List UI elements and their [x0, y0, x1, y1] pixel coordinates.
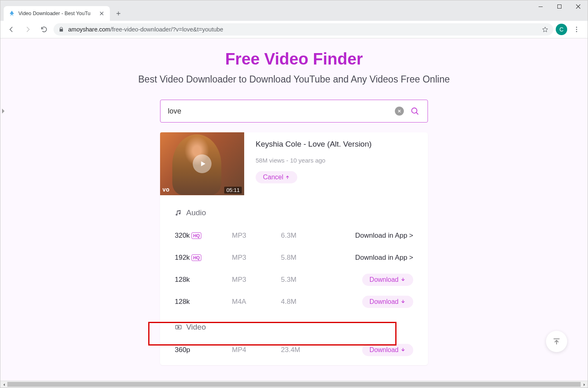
- video-icon: [175, 323, 182, 331]
- video-section-header: Video: [175, 323, 413, 332]
- minimize-button[interactable]: [531, 0, 550, 13]
- video-thumbnail[interactable]: vo 05:11: [160, 132, 244, 195]
- avatar-letter: C: [559, 26, 564, 33]
- arrow-up-icon: [285, 175, 290, 180]
- svg-point-2: [576, 27, 577, 28]
- scroll-to-top-button[interactable]: [546, 331, 567, 352]
- download-row: 360pMP423.4MDownload: [175, 339, 413, 361]
- reload-button[interactable]: [37, 22, 51, 36]
- new-tab-button[interactable]: [112, 7, 125, 20]
- quality-cell: 360p: [175, 346, 232, 354]
- quality-cell: 128k: [175, 298, 232, 306]
- result-meta: 58M views - 10 years ago: [256, 157, 420, 164]
- browser-menu-button[interactable]: [570, 22, 584, 36]
- result-header: vo 05:11 Keyshia Cole - Love (Alt. Versi…: [160, 132, 428, 195]
- result-title: Keyshia Cole - Love (Alt. Version): [256, 140, 420, 149]
- download-button[interactable]: Download: [362, 274, 413, 286]
- size-cell: 5.3M: [281, 276, 330, 284]
- result-card: vo 05:11 Keyshia Cole - Love (Alt. Versi…: [160, 132, 428, 365]
- quality-cell: 128k: [175, 276, 232, 284]
- action-cell: Download: [330, 296, 413, 308]
- download-button[interactable]: Download: [362, 344, 413, 356]
- download-button[interactable]: Download: [362, 296, 413, 308]
- audio-label: Audio: [186, 208, 206, 217]
- horizontal-scrollbar[interactable]: [0, 381, 588, 388]
- action-cell: Download: [330, 344, 413, 356]
- titlebar: Video Downloader - Best YouTu: [0, 0, 588, 21]
- download-row: 128kM4A4.8MDownload: [175, 291, 413, 313]
- window-controls: [531, 0, 588, 13]
- format-cell: MP3: [232, 254, 281, 262]
- svg-point-5: [412, 108, 417, 113]
- toolbar: amoyshare.com/free-video-downloader/?v=l…: [0, 21, 588, 38]
- arrow-down-icon: [400, 277, 406, 283]
- scroll-right-arrow-icon[interactable]: [581, 381, 588, 388]
- favicon-icon: [9, 10, 15, 17]
- format-cell: MP3: [232, 276, 281, 284]
- audio-section-header: Audio: [175, 208, 413, 217]
- browser-tab[interactable]: Video Downloader - Best YouTu: [4, 6, 110, 21]
- arrow-down-icon: [400, 299, 406, 305]
- address-bar[interactable]: amoyshare.com/free-video-downloader/?v=l…: [53, 23, 553, 36]
- download-in-app-link[interactable]: Download in App >: [355, 254, 413, 261]
- back-button[interactable]: [4, 22, 18, 36]
- lock-icon: [58, 27, 64, 32]
- action-cell: Download in App >: [330, 254, 413, 262]
- maximize-button[interactable]: [550, 0, 569, 13]
- svg-rect-0: [539, 7, 543, 7]
- arrow-down-icon: [400, 347, 406, 353]
- forward-button[interactable]: [21, 22, 35, 36]
- action-cell: Download: [330, 274, 413, 286]
- quality-cell: 192kHQ: [175, 254, 232, 262]
- download-row: 192kHQMP35.8MDownload in App >: [175, 247, 413, 269]
- search-box: [160, 100, 428, 123]
- bookmark-star-icon[interactable]: [542, 26, 548, 33]
- tab-close-icon[interactable]: [98, 10, 105, 17]
- size-cell: 4.8M: [281, 298, 330, 306]
- page-subtitle: Best Video Downloader to Download YouTub…: [138, 74, 450, 85]
- music-note-icon: [175, 209, 182, 216]
- size-cell: 5.8M: [281, 254, 330, 262]
- download-row: 128kMP35.3MDownload: [175, 269, 413, 291]
- result-info: Keyshia Cole - Love (Alt. Version) 58M v…: [244, 132, 428, 183]
- svg-rect-1: [558, 5, 561, 9]
- profile-avatar[interactable]: C: [556, 24, 567, 35]
- cancel-label: Cancel: [263, 174, 283, 181]
- download-sections: Audio 320kHQMP36.3MDownload in App >192k…: [160, 195, 428, 365]
- hq-badge: HQ: [192, 254, 202, 261]
- cancel-button[interactable]: Cancel: [256, 171, 297, 183]
- action-cell: Download in App >: [330, 232, 413, 240]
- vevo-badge: vo: [163, 186, 169, 193]
- close-window-button[interactable]: [569, 0, 588, 13]
- tab-title: Video Downloader - Best YouTu: [18, 11, 95, 16]
- scroll-thumb[interactable]: [7, 382, 581, 387]
- download-row: 320kHQMP36.3MDownload in App >: [175, 225, 413, 247]
- quality-cell: 320kHQ: [175, 232, 232, 240]
- format-cell: MP4: [232, 346, 281, 354]
- scroll-left-arrow-icon[interactable]: [0, 381, 7, 388]
- format-cell: M4A: [232, 298, 281, 306]
- hq-badge: HQ: [192, 232, 202, 239]
- download-in-app-link[interactable]: Download in App >: [355, 232, 413, 239]
- video-label: Video: [186, 323, 206, 332]
- search-input[interactable]: [168, 107, 389, 116]
- duration-badge: 05:11: [224, 187, 242, 194]
- tabs-row: Video Downloader - Best YouTu: [0, 0, 125, 21]
- page-title: Free Video Finder: [225, 50, 363, 68]
- side-panel-handle[interactable]: [1, 108, 5, 116]
- play-icon[interactable]: [193, 154, 212, 173]
- page-content[interactable]: Free Video Finder Best Video Downloader …: [0, 38, 588, 381]
- size-cell: 6.3M: [281, 232, 330, 240]
- svg-point-3: [576, 29, 577, 30]
- format-cell: MP3: [232, 232, 281, 240]
- url-text: amoyshare.com/free-video-downloader/?v=l…: [68, 26, 538, 33]
- size-cell: 23.4M: [281, 346, 330, 354]
- browser-window: Video Downloader - Best YouTu amoyshare.…: [0, 0, 588, 388]
- search-button[interactable]: [410, 106, 420, 116]
- viewport: Free Video Finder Best Video Downloader …: [0, 38, 588, 381]
- svg-point-4: [576, 31, 577, 32]
- clear-button[interactable]: [395, 107, 404, 116]
